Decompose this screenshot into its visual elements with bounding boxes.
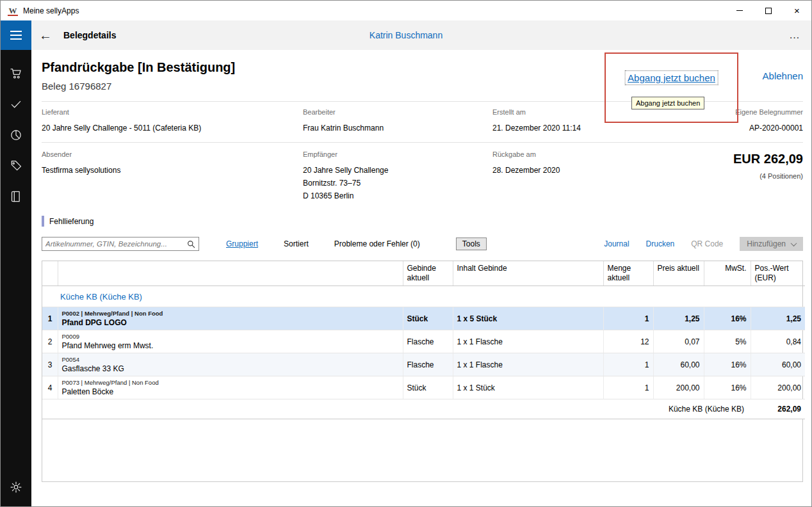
positions-table-frame: Gebinde aktuell Inhalt Gebinde Menge akt… — [42, 261, 803, 482]
ablehnen-link[interactable]: Ablehnen — [763, 70, 803, 81]
row-inhalt: 1 x 1 Stück — [453, 376, 603, 399]
field-belegnummer: Eigene Belegnummer AP-2020-00001 — [735, 108, 803, 134]
flag-bar-icon — [42, 216, 44, 227]
row-inhalt: 1 x 1 Flasche — [453, 330, 603, 353]
app-window: W Meine sellyApps × ← Belegdetails Katri… — [0, 0, 812, 507]
close-icon: × — [794, 6, 800, 15]
sidebar-item-reports[interactable] — [1, 120, 31, 150]
field-value-line: Bornitzstr. 73–75 — [303, 177, 492, 189]
row-number: 3 — [42, 353, 58, 376]
minimize-icon — [736, 10, 743, 11]
row-wert: 60,00 — [751, 353, 805, 376]
document-total: EUR 262,09 — [733, 152, 803, 166]
row-preis: 1,25 — [653, 307, 704, 330]
title-bar: W Meine sellyApps × — [1, 1, 811, 20]
nav-sidebar — [1, 50, 31, 506]
abgang-buchen-tooltip: Abgang jetzt buchen — [631, 97, 704, 109]
book-icon — [10, 190, 22, 203]
close-button[interactable]: × — [783, 1, 811, 20]
field-value: AP-2020-00001 — [735, 122, 803, 134]
sidebar-item-tags[interactable] — [1, 150, 31, 181]
field-value: Frau Katrin Buschmann — [303, 122, 492, 134]
tools-button[interactable]: Tools — [456, 237, 487, 250]
table-header-row: Gebinde aktuell Inhalt Gebinde Menge akt… — [42, 261, 805, 286]
qr-code-link[interactable]: QR Code — [691, 239, 723, 248]
row-name: Pfand Mehrweg erm Mwst. — [62, 341, 399, 350]
row-description: P0054 Gasflasche 33 KG — [58, 353, 403, 376]
field-label: Bearbeiter — [303, 108, 492, 116]
col-header-menge: Menge aktuell — [603, 261, 653, 286]
sidebar-item-cart[interactable] — [1, 58, 31, 89]
hinzufuegen-label: Hinzufügen — [747, 239, 786, 248]
sortiert-link[interactable]: Sortiert — [284, 239, 309, 248]
probleme-link[interactable]: Probleme oder Fehler (0) — [334, 239, 420, 248]
minimize-button[interactable] — [725, 1, 754, 20]
gear-icon — [10, 481, 22, 494]
check-icon — [10, 98, 22, 111]
back-button[interactable]: ← — [31, 20, 60, 50]
col-header-preis: Preis aktuell — [653, 261, 704, 286]
journal-link[interactable]: Journal — [604, 239, 629, 248]
row-number: 2 — [42, 330, 58, 353]
table-row[interactable]: 1 P0002 | Mehrweg/Pfand | Non Food Pfand… — [42, 307, 805, 330]
field-label: Empfänger — [303, 150, 492, 158]
sidebar-item-tasks[interactable] — [1, 89, 31, 120]
ellipsis-icon: … — [789, 29, 800, 42]
gruppiert-link[interactable]: Gruppiert — [226, 239, 258, 248]
total-block: EUR 262,09 (4 Positionen) — [733, 150, 803, 207]
search-icon[interactable] — [187, 240, 195, 248]
row-menge: 1 — [603, 353, 653, 376]
footer-group-label: Küche KB (Küche KB) — [42, 399, 751, 419]
table-row[interactable]: 2 P0009 Pfand Mehrweg erm Mwst. Flasche … — [42, 330, 805, 353]
table-empty-area — [42, 419, 802, 481]
maximize-icon — [765, 8, 772, 14]
group-row[interactable]: Küche KB (Küche KB) — [42, 286, 805, 307]
drucken-link[interactable]: Drucken — [646, 239, 675, 248]
field-label: Lieferant — [42, 108, 303, 116]
field-value: 20 Jahre Selly Challenge - 5011 (Cafeter… — [42, 122, 303, 134]
row-menge: 12 — [603, 330, 653, 353]
hinzufuegen-button[interactable]: Hinzufügen — [740, 237, 803, 251]
more-button[interactable]: … — [778, 20, 811, 50]
row-gebinde: Flasche — [403, 353, 453, 376]
row-description: P0073 | Mehrweg/Pfand | Non Food Palette… — [58, 376, 403, 399]
search-input[interactable] — [45, 240, 187, 248]
sidebar-item-journal[interactable] — [1, 181, 31, 212]
row-meta: P0054 — [62, 356, 399, 363]
row-name: Gasflasche 33 KG — [62, 364, 399, 373]
row-wert: 0,84 — [751, 330, 805, 353]
field-lieferant: Lieferant 20 Jahre Selly Challenge - 501… — [42, 108, 303, 134]
field-absender: Absender Testfirma sellysolutions — [42, 150, 303, 207]
sidebar-item-settings[interactable] — [1, 472, 31, 503]
page-title: Belegdetails — [63, 30, 116, 40]
back-icon: ← — [39, 28, 52, 43]
list-toolbar: Gruppiert Sortiert Probleme oder Fehler … — [42, 237, 803, 251]
row-mwst: 16% — [704, 353, 751, 376]
row-name: Pfand DPG LOGO — [62, 318, 399, 327]
status-flag: Fehllieferung — [42, 216, 803, 227]
row-wert: 1,25 — [751, 307, 805, 330]
row-gebinde: Stück — [403, 376, 453, 399]
user-name-link[interactable]: Katrin Buschmann — [369, 20, 443, 50]
table-row[interactable]: 4 P0073 | Mehrweg/Pfand | Non Food Palet… — [42, 376, 805, 399]
hamburger-button[interactable] — [1, 20, 31, 50]
info-row-2: Absender Testfirma sellysolutions Empfän… — [42, 143, 803, 207]
row-wert: 200,00 — [751, 376, 805, 399]
row-inhalt: 1 x 5 Stück — [453, 307, 603, 330]
search-box — [42, 237, 199, 251]
row-inhalt: 1 x 1 Flasche — [453, 353, 603, 376]
row-preis: 60,00 — [653, 353, 704, 376]
chevron-down-icon — [791, 240, 797, 246]
field-value: 21. Dezember 2020 11:14 — [492, 122, 735, 134]
hamburger-icon — [10, 31, 22, 32]
field-empfaenger: Empfänger 20 Jahre Selly Challenge Borni… — [303, 150, 492, 207]
footer-group-total: 262,09 — [751, 399, 805, 419]
col-header-mwst: MwSt. — [704, 261, 751, 286]
row-gebinde: Stück — [403, 307, 453, 330]
row-number: 4 — [42, 376, 58, 399]
row-number: 1 — [42, 307, 58, 330]
abgang-buchen-link[interactable]: Abgang jetzt buchen — [624, 70, 719, 85]
row-mwst: 16% — [704, 376, 751, 399]
table-row[interactable]: 3 P0054 Gasflasche 33 KG Flasche 1 x 1 F… — [42, 353, 805, 376]
maximize-button[interactable] — [754, 1, 783, 20]
